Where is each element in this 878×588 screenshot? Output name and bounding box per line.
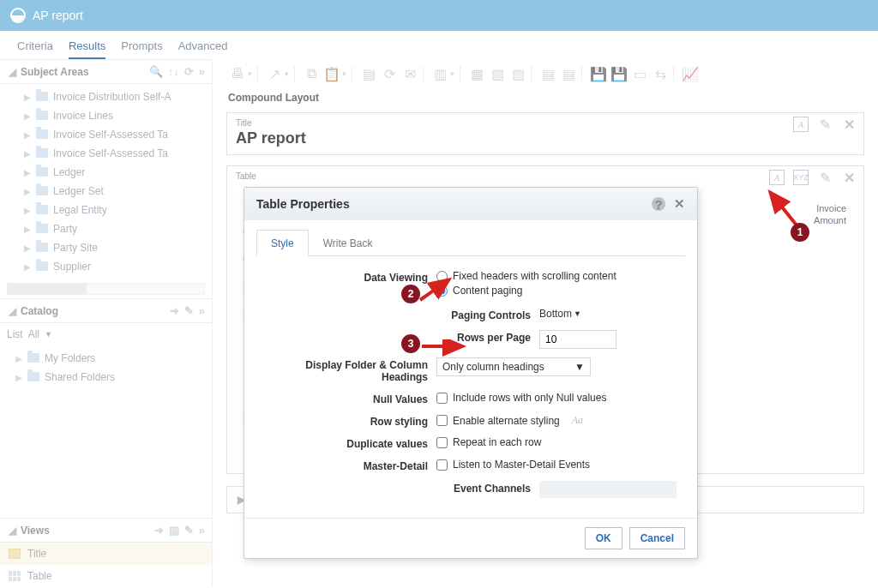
rows-per-page-input[interactable]: [539, 330, 616, 349]
tree-item[interactable]: ▶Ledger Set: [24, 182, 212, 201]
tree-item[interactable]: ▶Party Site: [24, 238, 212, 257]
tree-item[interactable]: ▶Shared Folders: [15, 368, 212, 387]
collapse-icon[interactable]: ◢: [7, 66, 17, 78]
share-icon[interactable]: ⇆: [652, 66, 668, 81]
catalog-tree: ▶My Folders ▶Shared Folders: [0, 345, 212, 390]
display-headings-label: Display Folder & Column Headings: [265, 357, 436, 383]
dialog-tab-style[interactable]: Style: [256, 230, 309, 256]
chart-icon[interactable]: ▥: [169, 524, 179, 537]
subject-areas-header[interactable]: ◢ Subject Areas 🔍 ↑↓ ⟳ »: [0, 59, 212, 84]
radio-content-paging[interactable]: Content paging: [436, 285, 677, 297]
title-view-icon: [9, 549, 21, 559]
tree-item[interactable]: ▶Supplier: [24, 257, 212, 276]
graph-icon[interactable]: ▤: [561, 66, 576, 81]
alt-style-icon[interactable]: Aa: [572, 414, 583, 427]
edit-icon[interactable]: [817, 117, 833, 132]
horizontal-scrollbar[interactable]: [7, 283, 205, 295]
dialog-tabs: Style Write Back: [256, 229, 685, 256]
mail-icon[interactable]: ✉: [402, 66, 418, 81]
catalog-header[interactable]: ◢ Catalog ➜ ✎ »: [0, 298, 212, 323]
container-icon[interactable]: ▧: [490, 66, 505, 81]
duplicate-values-checkbox[interactable]: [436, 437, 448, 448]
paging-controls-select[interactable]: Bottom▼: [539, 308, 677, 320]
table-box-header: Table: [227, 166, 863, 183]
pencil-icon[interactable]: ✎: [184, 524, 194, 537]
remove-icon[interactable]: [841, 170, 857, 185]
tab-criteria[interactable]: Criteria: [17, 39, 53, 59]
views-header[interactable]: ◢ Views ➜ ▥ ✎ »: [0, 518, 212, 543]
view-item-table[interactable]: Table: [0, 565, 212, 587]
filter-icon[interactable]: ▤: [361, 66, 376, 81]
edit-table-icon[interactable]: [817, 170, 833, 185]
format-icon[interactable]: A: [769, 170, 785, 185]
tree-item[interactable]: ▶Party: [24, 219, 212, 238]
app-logo-icon: [10, 8, 26, 23]
cancel-button[interactable]: Cancel: [629, 527, 685, 549]
dialog-tab-writeback[interactable]: Write Back: [309, 230, 388, 256]
tree-item[interactable]: ▶Invoice Self-Assessed Ta: [24, 144, 212, 163]
display-headings-select[interactable]: Only column headings▼: [436, 357, 591, 376]
remove-icon[interactable]: [841, 117, 857, 132]
title-view-box: Title AP report A: [226, 112, 864, 155]
collapse-icon[interactable]: ◢: [7, 305, 17, 317]
event-channels-input[interactable]: [539, 481, 677, 498]
save-icon[interactable]: 💾: [591, 66, 606, 81]
app-header: AP report: [0, 0, 878, 31]
left-sidebar: ◢ Subject Areas 🔍 ↑↓ ⟳ » ▶Invoice Distri…: [0, 59, 213, 587]
catalog-title: Catalog: [21, 305, 165, 317]
arrow-icon[interactable]: ➜: [170, 304, 179, 317]
view-item-title[interactable]: Title: [0, 543, 212, 565]
refresh-icon[interactable]: ⟳: [382, 66, 397, 81]
radio-fixed-headers[interactable]: Fixed headers with scrolling content: [436, 270, 677, 282]
search-icon[interactable]: 🔍: [149, 65, 163, 78]
dialog-titlebar[interactable]: Table Properties ?: [244, 188, 697, 220]
tab-prompts[interactable]: Prompts: [121, 39, 162, 59]
null-values-checkbox[interactable]: [436, 393, 448, 404]
tree-item[interactable]: ▶My Folders: [15, 349, 212, 368]
more-icon[interactable]: »: [199, 65, 205, 78]
new-view-icon[interactable]: ▦: [469, 66, 484, 81]
paste-icon[interactable]: 📋: [324, 66, 340, 81]
format-icon[interactable]: A: [793, 117, 809, 132]
table-view-icon: [9, 571, 21, 581]
annotation-badge-3: 3: [401, 334, 420, 353]
sort-icon[interactable]: ↑↓: [168, 65, 179, 78]
more-icon[interactable]: »: [199, 304, 205, 317]
copy-icon[interactable]: ⧉: [304, 66, 319, 81]
tree-item[interactable]: ▶Invoice Distribution Self-A: [24, 87, 212, 106]
saveas-icon[interactable]: 💾: [611, 66, 627, 81]
ok-button[interactable]: OK: [585, 527, 622, 549]
row-styling-label: Row styling: [265, 414, 436, 428]
pivot-icon[interactable]: ▤: [540, 66, 556, 81]
help-icon[interactable]: ?: [652, 197, 665, 211]
tree-item[interactable]: ▶Legal Entity: [24, 201, 212, 219]
editor-tabs: Criteria Results Prompts Advanced: [0, 31, 878, 59]
tab-results[interactable]: Results: [69, 39, 105, 59]
export-icon[interactable]: ↗: [267, 66, 282, 81]
master-detail-label: Master-Detail: [265, 459, 436, 472]
table-properties-dialog: Table Properties ? Style Write Back Data…: [244, 187, 698, 559]
tab-advanced[interactable]: Advanced: [178, 39, 228, 59]
subject-areas-tree: ▶Invoice Distribution Self-A ▶Invoice Li…: [0, 84, 212, 279]
pencil-icon[interactable]: ✎: [184, 304, 194, 317]
null-values-label: Null Values: [265, 392, 436, 405]
layout-icon[interactable]: ▨: [510, 66, 526, 81]
arrow-icon[interactable]: ➜: [154, 524, 164, 537]
views-icon[interactable]: ▥: [432, 66, 448, 81]
row-styling-checkbox[interactable]: [436, 415, 448, 426]
book-icon[interactable]: ▭: [632, 66, 647, 81]
collapse-icon[interactable]: ◢: [7, 525, 17, 537]
more-icon[interactable]: »: [199, 524, 205, 537]
tree-item[interactable]: ▶Invoice Self-Assessed Ta: [24, 125, 212, 144]
chart-icon[interactable]: 📈: [683, 66, 698, 81]
tree-item[interactable]: ▶Ledger: [24, 163, 212, 182]
catalog-list-filter[interactable]: List All ▼: [0, 323, 212, 345]
refresh-icon[interactable]: ⟳: [184, 65, 194, 78]
master-detail-checkbox[interactable]: [436, 459, 448, 471]
tree-item[interactable]: ▶Invoice Lines: [24, 106, 212, 125]
dialog-close-icon[interactable]: [674, 196, 685, 212]
xyz-icon[interactable]: XYZ: [793, 170, 809, 185]
subject-areas-title: Subject Areas: [21, 66, 144, 78]
print-icon[interactable]: 🖶: [230, 66, 245, 81]
duplicate-values-label: Duplicate values: [265, 436, 436, 450]
